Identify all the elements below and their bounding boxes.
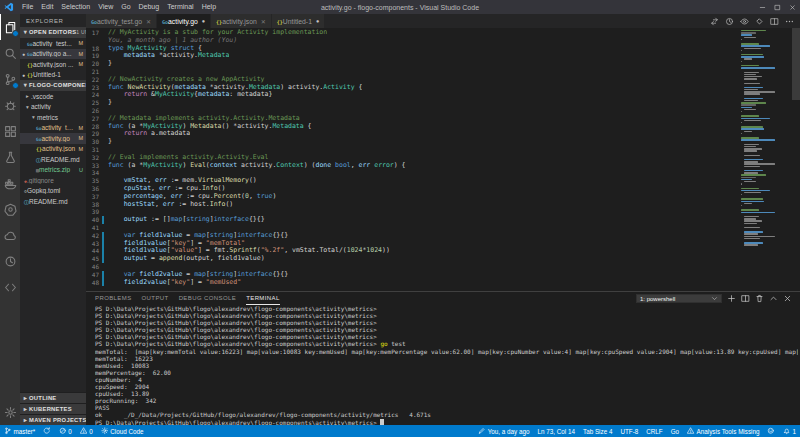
code-line[interactable]: You, a month ago | 1 author (You) xyxy=(86,37,738,45)
activity-bar-explorer[interactable] xyxy=(0,14,20,40)
code-line[interactable]: 31 xyxy=(86,146,738,154)
panel-tab-problems[interactable]: PROBLEMS xyxy=(95,292,132,305)
new-terminal-icon[interactable] xyxy=(727,294,736,303)
code-line[interactable]: 28func (a *MyActivity) Metadata() *activ… xyxy=(86,123,738,131)
close-tab-icon[interactable]: ✕ xyxy=(146,18,151,25)
code-line[interactable]: 21 xyxy=(86,68,738,76)
more-actions-icon[interactable] xyxy=(785,17,794,26)
activity-bar-snippets[interactable] xyxy=(0,274,20,300)
code-line[interactable]: 22// NewActivity creates a new AppActivi… xyxy=(86,76,738,84)
activity-bar-history[interactable] xyxy=(0,248,20,274)
tree-item-activity.go[interactable]: Goactivity.goM xyxy=(20,133,86,144)
panel-tab-terminal[interactable]: TERMINAL xyxy=(246,292,280,305)
terminal-selector[interactable]: 1: powershell xyxy=(636,294,722,303)
code-line[interactable]: 19 metadata *activity.Metadata xyxy=(86,52,738,60)
menu-view[interactable]: View xyxy=(94,0,117,14)
code-line[interactable]: 36 cpuStat, err := cpu.Info() xyxy=(86,185,738,193)
tab-activity.go[interactable]: Goactivity.go● xyxy=(157,14,211,28)
tree-item-activity-test.go[interactable]: Goactivity_test.goM xyxy=(20,123,86,134)
tree-item-.gitignore[interactable]: ◆.gitignore xyxy=(20,175,86,186)
tree-item-metrics.zip[interactable]: ▤metrics.zipU xyxy=(20,165,86,176)
activity-bar-manage[interactable] xyxy=(0,399,20,425)
code-line[interactable]: 20} xyxy=(86,60,738,68)
code-line[interactable]: 30} xyxy=(86,138,738,146)
code-line[interactable]: 24 return &MyActivity{metadata: metadata… xyxy=(86,91,738,99)
maximize-panel-icon[interactable] xyxy=(769,294,778,303)
code-line[interactable]: 17// MyActivity is a stub for your Activ… xyxy=(86,29,738,37)
code-line[interactable]: 33func (a *MyActivity) Eval(context acti… xyxy=(86,162,738,170)
window-maximize-button[interactable] xyxy=(770,0,785,14)
code-line[interactable]: 34 xyxy=(86,169,738,177)
menu-terminal[interactable]: Terminal xyxy=(163,0,197,14)
code-line[interactable]: 42 var field1value = map[string]interfac… xyxy=(86,232,738,240)
scrollbar-thumb[interactable] xyxy=(792,28,800,100)
status-indentation[interactable]: Tab Size 4 xyxy=(579,428,616,435)
tree-item-activity.json[interactable]: {}activity.jsonM xyxy=(20,144,86,155)
activity-bar-kubernetes[interactable] xyxy=(0,196,20,222)
open-editor-item[interactable]: ●Goactivity.go a...M xyxy=(20,49,86,60)
tree-item-readme.md[interactable]: ⓘREADME.md xyxy=(20,196,86,207)
status-cursor-position[interactable]: Ln 73, Col 14 xyxy=(534,428,579,435)
code-line[interactable]: 46 xyxy=(86,263,738,271)
open-changes-icon[interactable] xyxy=(710,17,719,26)
tab-activity.json[interactable]: {}activity.json✕ xyxy=(211,14,272,28)
status-notifications[interactable]: 1 xyxy=(779,427,800,435)
menu-selection[interactable]: Selection xyxy=(57,0,94,14)
tree-item-readme.md[interactable]: ⓘREADME.md xyxy=(20,154,86,165)
toggle-blame-icon[interactable] xyxy=(740,17,749,26)
status-cloud-code[interactable]: Cloud Code xyxy=(97,427,148,435)
menu-edit[interactable]: Edit xyxy=(37,0,57,14)
close-tab-icon[interactable]: ✕ xyxy=(261,18,266,25)
tree-item-metrics[interactable]: ▾metrics xyxy=(20,112,86,123)
code-line[interactable]: 47 var field2value = map[string]interfac… xyxy=(86,271,738,279)
activity-bar-docker[interactable] xyxy=(0,170,20,196)
activity-bar-test-explorer[interactable] xyxy=(0,144,20,170)
status-warnings[interactable]: 0 xyxy=(76,427,97,435)
file-history-icon[interactable] xyxy=(725,17,734,26)
open-editor-item[interactable]: {}activity.json ...M xyxy=(20,59,86,70)
status-git-branch[interactable]: master* xyxy=(0,427,39,435)
tree-item-gopkg.toml[interactable]: ⚙Gopkg.toml xyxy=(20,186,86,197)
code-line[interactable]: 43 field1value["key"] = "memTotal" xyxy=(86,240,738,248)
code-line[interactable]: 37 percentage, err := cpu.Percent(0, tru… xyxy=(86,193,738,201)
code-line[interactable]: 45 output = append(output, field1value) xyxy=(86,255,738,263)
tab-untitled-1[interactable]: {}Untitled-1● xyxy=(272,14,325,28)
code-line[interactable]: 25} xyxy=(86,99,738,107)
minimap[interactable] xyxy=(739,30,791,262)
kill-terminal-icon[interactable] xyxy=(755,294,764,303)
code-line[interactable]: 41 xyxy=(86,224,738,232)
status-gitlens-blame[interactable]: You, a day ago xyxy=(474,427,533,435)
terminal-output[interactable]: PS D:\Data\Projects\GitHub\flogo\alexand… xyxy=(95,305,798,425)
status-sync[interactable] xyxy=(39,427,55,435)
open-editor-item[interactable]: Goactivity_test...M xyxy=(20,38,86,49)
split-editor-icon[interactable] xyxy=(770,17,779,26)
code-line[interactable]: 23func NewActivity(metadata *activity.Me… xyxy=(86,84,738,92)
status-encoding[interactable]: UTF-8 xyxy=(616,428,642,435)
activity-bar-search[interactable] xyxy=(0,40,20,66)
window-close-button[interactable] xyxy=(785,0,800,14)
code-line[interactable]: 39 xyxy=(86,208,738,216)
open-editors-header[interactable]: ▾ OPEN EDITORS 1 UNSAVED xyxy=(20,27,86,38)
panel-tab-output[interactable]: OUTPUT xyxy=(142,292,169,305)
code-line[interactable]: 32// Eval implements activity.Activity.E… xyxy=(86,154,738,162)
project-root-header[interactable]: ▾ FLOGO-COMPONENTS xyxy=(20,80,86,91)
code-line[interactable]: 35 vmStat, err := mem.VirtualMemory() xyxy=(86,177,738,185)
code-line[interactable]: 38 hostStat, err := host.Info() xyxy=(86,201,738,209)
tab-activity-test.go[interactable]: Goactivity_test.go✕ xyxy=(86,14,157,28)
close-panel-icon[interactable] xyxy=(783,294,792,303)
code-line[interactable]: 48 field2value["key"] = "memUsed" xyxy=(86,279,738,287)
code-line[interactable]: 27// Metadata implements activity.Activi… xyxy=(86,115,738,123)
status-eol[interactable]: CRLF xyxy=(642,428,666,435)
code-line[interactable]: 44 field1value["value"] = fmt.Sprintf("%… xyxy=(86,247,738,255)
code-line[interactable]: 40 output := []map[string]interface{}{} xyxy=(86,216,738,224)
tree-item-activity[interactable]: ▾activity xyxy=(20,102,86,113)
status-errors[interactable]: 0 xyxy=(55,427,76,435)
activity-bar-source-control[interactable] xyxy=(0,66,20,92)
panel-tab-debug-console[interactable]: DEBUG CONSOLE xyxy=(179,292,237,305)
editor-scrollbar[interactable] xyxy=(792,28,800,291)
menu-help[interactable]: Help xyxy=(198,0,220,14)
split-terminal-icon[interactable] xyxy=(741,294,750,303)
activity-bar-debug[interactable] xyxy=(0,92,20,118)
activity-bar-cloud-code[interactable] xyxy=(0,222,20,248)
code-line[interactable]: 18type MyActivity struct { xyxy=(86,45,738,53)
